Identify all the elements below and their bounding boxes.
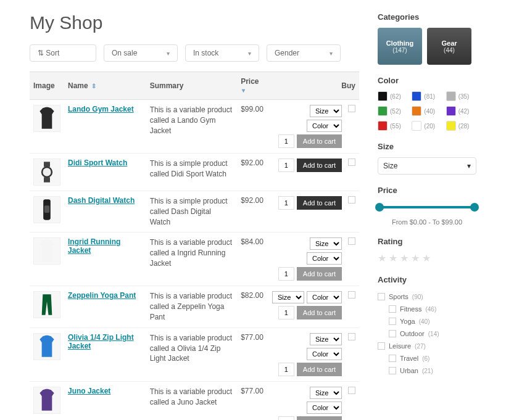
add-to-cart-button[interactable]: Add to cart: [297, 363, 342, 376]
quantity-input[interactable]: [278, 196, 294, 210]
compare-checkbox[interactable]: [348, 196, 355, 204]
sort-label: Sort: [46, 49, 59, 57]
product-thumbnail[interactable]: [33, 159, 60, 186]
product-link[interactable]: Ingrid Running Jacket: [68, 237, 120, 255]
add-to-cart-button[interactable]: Add to cart: [297, 267, 342, 281]
color-count: (20): [424, 123, 435, 130]
product-thumbnail[interactable]: [33, 237, 60, 265]
activity-count: (90): [412, 294, 423, 300]
size-filter-select[interactable]: Size ▾: [378, 157, 476, 175]
price-range-label: From $0.00 - To $99.00: [378, 218, 476, 226]
compare-checkbox[interactable]: [348, 291, 355, 299]
product-thumbnail[interactable]: [33, 333, 60, 360]
product-link[interactable]: Zeppelin Yoga Pant: [68, 291, 136, 300]
onsale-filter[interactable]: On sale▾: [104, 44, 178, 62]
variant-select-color[interactable]: Color: [307, 291, 342, 303]
variant-select-size[interactable]: Size: [310, 387, 342, 399]
product-thumbnail[interactable]: [33, 105, 60, 132]
product-link[interactable]: Juno Jacket: [68, 387, 110, 395]
activity-checkbox[interactable]: [389, 305, 396, 313]
activity-checkbox[interactable]: [389, 318, 396, 325]
color-swatch-item[interactable]: (62): [378, 91, 408, 101]
chevron-down-icon: ▾: [467, 162, 471, 170]
variant-select-size[interactable]: Size: [310, 237, 342, 250]
variant-select-color[interactable]: Color: [307, 252, 342, 265]
quantity-input[interactable]: [278, 416, 294, 420]
product-summary: This is a variable product called a Oliv…: [150, 333, 234, 364]
color-swatch-item[interactable]: (40): [412, 106, 442, 116]
product-link[interactable]: Didi Sport Watch: [68, 159, 127, 167]
compare-checkbox[interactable]: [348, 387, 355, 394]
color-count: (28): [458, 123, 470, 130]
color-swatch-item[interactable]: (28): [446, 121, 476, 131]
add-to-cart-button[interactable]: Add to cart: [297, 306, 342, 319]
color-swatch-item[interactable]: (55): [378, 121, 408, 131]
slider-handle-min[interactable]: [375, 203, 384, 212]
price-slider[interactable]: [378, 201, 476, 213]
sort-button[interactable]: ⇅ Sort: [30, 44, 96, 62]
compare-checkbox[interactable]: [348, 237, 355, 245]
product-table: Image Name ⇕ Summary Price ▾ Buy Lando G…: [30, 72, 359, 420]
quantity-input[interactable]: [278, 267, 294, 281]
instock-filter[interactable]: In stock▾: [185, 44, 259, 62]
color-swatch-item[interactable]: (52): [378, 106, 408, 116]
activity-checkbox[interactable]: [378, 342, 385, 350]
product-thumbnail[interactable]: [33, 291, 60, 318]
category-card-clothing[interactable]: Clothing(147): [378, 28, 422, 65]
star-icon[interactable]: ★: [422, 252, 431, 264]
star-icon[interactable]: ★: [389, 252, 397, 264]
col-summary[interactable]: Summary: [146, 72, 238, 100]
activity-checkbox[interactable]: [389, 367, 396, 374]
variant-select-color[interactable]: Color: [307, 348, 342, 360]
chevron-down-icon: ▾: [248, 50, 251, 57]
star-icon[interactable]: ★: [400, 252, 409, 264]
gender-filter[interactable]: Gender▾: [267, 44, 341, 62]
star-icon[interactable]: ★: [378, 252, 386, 264]
quantity-input[interactable]: [278, 134, 294, 148]
chevron-down-icon: ▾: [330, 50, 333, 57]
product-link[interactable]: Dash Digital Watch: [68, 196, 135, 205]
product-thumbnail[interactable]: [33, 196, 60, 223]
quantity-input[interactable]: [278, 363, 294, 376]
variant-select-size[interactable]: Size: [272, 291, 304, 303]
color-swatch-item[interactable]: (20): [412, 121, 442, 131]
activity-checkbox[interactable]: [389, 330, 396, 337]
star-icon[interactable]: ★: [411, 252, 420, 264]
color-swatch: [378, 91, 388, 101]
quantity-input[interactable]: [278, 159, 294, 172]
variant-select-size[interactable]: Size: [310, 333, 342, 345]
color-swatch: [446, 106, 456, 116]
category-card-gear[interactable]: Gear(44): [427, 28, 471, 65]
col-image[interactable]: Image: [30, 72, 64, 100]
col-price[interactable]: Price ▾: [237, 72, 268, 100]
table-row: Lando Gym Jacket This is a variable prod…: [30, 100, 359, 154]
variant-select-color[interactable]: Color: [307, 401, 342, 414]
variant-select-size[interactable]: Size: [310, 105, 342, 117]
product-thumbnail[interactable]: [33, 387, 60, 414]
color-count: (81): [424, 93, 435, 100]
compare-checkbox[interactable]: [348, 333, 355, 340]
slider-handle-max[interactable]: [470, 203, 479, 212]
col-buy[interactable]: Buy: [268, 72, 359, 100]
activity-label: Urban: [400, 367, 418, 374]
col-name[interactable]: Name ⇕: [64, 72, 146, 100]
color-swatch-item[interactable]: (81): [412, 91, 442, 101]
color-count: (52): [390, 108, 401, 115]
add-to-cart-button[interactable]: Add to cart: [297, 196, 342, 210]
activity-count: (27): [415, 343, 426, 350]
quantity-input[interactable]: [278, 306, 294, 319]
add-to-cart-button[interactable]: Add to cart: [297, 134, 342, 148]
color-swatch-item[interactable]: (35): [446, 91, 476, 101]
add-to-cart-button[interactable]: Add to cart: [297, 159, 342, 172]
activity-checkbox[interactable]: [389, 355, 396, 362]
product-summary: This is a simple product called Dash Dig…: [150, 196, 234, 227]
activity-checkbox[interactable]: [378, 293, 385, 300]
color-swatch-item[interactable]: (42): [446, 106, 476, 116]
add-to-cart-button[interactable]: Add to cart: [297, 416, 342, 420]
variant-select-color[interactable]: Color: [307, 120, 342, 132]
compare-checkbox[interactable]: [348, 159, 355, 166]
product-link[interactable]: Olivia 1/4 Zip Light Jacket: [68, 333, 134, 350]
product-link[interactable]: Lando Gym Jacket: [68, 105, 134, 113]
compare-checkbox[interactable]: [348, 105, 355, 112]
color-count: (40): [424, 108, 435, 115]
